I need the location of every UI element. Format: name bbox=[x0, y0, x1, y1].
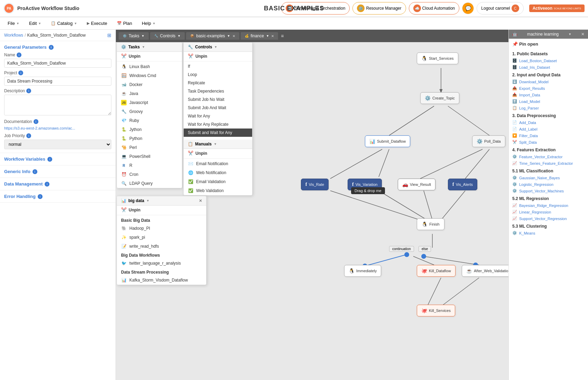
notification-button[interactable]: 💬 bbox=[462, 2, 474, 14]
tab-settings-icon[interactable]: ≡ bbox=[281, 33, 284, 39]
control-wait-any-replicate[interactable]: Wait for Any Replicate bbox=[184, 120, 252, 129]
task-windows-cmd[interactable]: 🪟Windows Cmd bbox=[117, 71, 182, 80]
node-create-topic[interactable]: ⚙️ Create_Topic bbox=[420, 92, 459, 104]
node-poll-data[interactable]: ⚙️ Poll_Data bbox=[472, 135, 505, 147]
control-submit-and-wait[interactable]: Submit Job And Wait bbox=[184, 104, 252, 112]
load-iris[interactable]: 🗄️Load_Iris_Dataset bbox=[512, 64, 585, 70]
data-management-section[interactable]: Data Management i bbox=[0, 178, 116, 190]
import-data[interactable]: 📥Import_Data bbox=[512, 92, 585, 98]
tasks-unpin[interactable]: ✂️ Unpin bbox=[117, 52, 182, 60]
split-data[interactable]: ✂️Split_Data bbox=[512, 139, 585, 145]
cloud-automation-button[interactable]: ☁️ Cloud Automation bbox=[409, 2, 460, 15]
task-perl[interactable]: 🐪Perl bbox=[117, 143, 182, 152]
node-finish[interactable]: 🐧 Finish bbox=[417, 218, 444, 230]
task-docker[interactable]: 🐋Docker bbox=[117, 80, 182, 89]
task-javascript[interactable]: JSJavascript bbox=[117, 98, 182, 107]
node-immediately[interactable]: 🐧 Immediately bbox=[344, 265, 381, 277]
name-input[interactable] bbox=[4, 59, 111, 68]
write-read-hdfs[interactable]: 📝write_read_hdfs bbox=[117, 242, 206, 251]
kafka-storm[interactable]: 📊Kafka_Storm_Visdom_Dataflow bbox=[117, 276, 206, 285]
task-cron[interactable]: ⏰Cron bbox=[117, 170, 182, 179]
manuals-unpin[interactable]: ✂️ Unpin bbox=[184, 149, 252, 158]
add-label[interactable]: 📄Add_Label bbox=[512, 126, 585, 132]
controls-unpin[interactable]: ✂️ Unpin bbox=[184, 52, 252, 60]
k-means[interactable]: ⚙️K_Means bbox=[512, 230, 585, 236]
control-wait-any[interactable]: Wait for Any bbox=[184, 112, 252, 120]
node-vis-alerts[interactable]: f Vis_Alerts bbox=[448, 179, 477, 190]
job-priority-select[interactable]: normal bbox=[4, 140, 111, 149]
node-kill-services[interactable]: 🐙 Kill_Services bbox=[417, 305, 455, 316]
node-start-services[interactable]: 🐧 Start_Services bbox=[417, 53, 458, 64]
grid-icon[interactable]: ⊞ bbox=[107, 32, 111, 38]
bayesian-ridge[interactable]: 📈Bayesian_Ridge_Regression bbox=[512, 202, 585, 209]
tab-controls[interactable]: 🔧 Controls ▼ bbox=[150, 32, 185, 40]
load-model[interactable]: ⬆️Load_Model bbox=[512, 98, 585, 105]
control-submit-wait-any[interactable]: Submit and Wait for Any bbox=[184, 129, 252, 137]
task-ruby[interactable]: 💎Ruby bbox=[117, 116, 182, 125]
svm[interactable]: ⚙️Support_Vector_Machines bbox=[512, 188, 585, 194]
menu-edit[interactable]: Edit ▼ bbox=[25, 19, 45, 27]
menu-file[interactable]: File ▼ bbox=[3, 19, 24, 27]
control-submit-no-wait[interactable]: Submit Job No Wait bbox=[184, 95, 252, 104]
logout-button[interactable]: Logout caromel C bbox=[477, 2, 523, 15]
task-r[interactable]: RR bbox=[117, 161, 182, 170]
big-data-close[interactable]: ✕ bbox=[199, 199, 202, 203]
workflow-canvas[interactable]: 🐧 Start_Services ⚙️ Create_Topic 📊 Submi… bbox=[116, 42, 508, 380]
manual-email-notif[interactable]: ✉️Email Notification bbox=[184, 159, 252, 168]
menu-help[interactable]: Help ▼ bbox=[138, 19, 160, 27]
task-groovy[interactable]: 🔧Groovy bbox=[117, 107, 182, 116]
twitter-analysis[interactable]: 🐦twitter_language_r_analysis bbox=[117, 259, 206, 268]
control-if[interactable]: If bbox=[184, 62, 252, 70]
load-boston[interactable]: 🗄️Load_Boston_Dataset bbox=[512, 57, 585, 64]
spark-pi[interactable]: ✨spark_pi bbox=[117, 233, 206, 242]
control-task-deps[interactable]: Task Dependencies bbox=[184, 87, 252, 95]
generic-info-section[interactable]: Generic Info i bbox=[0, 165, 116, 178]
svr[interactable]: 📈Support_Vector_Regression bbox=[512, 215, 585, 222]
workflow-vars-section[interactable]: Workflow Variables i bbox=[0, 153, 116, 165]
manual-web-notif[interactable]: 🌐Web Notification bbox=[184, 168, 252, 177]
error-handling-section[interactable]: Error Handling i bbox=[0, 190, 116, 203]
tab-finance[interactable]: 💰 finance ▼ ✕ bbox=[241, 32, 278, 40]
task-java[interactable]: ☕Java bbox=[117, 89, 182, 98]
hadoop-pi[interactable]: 🐘Hadoop_PI bbox=[117, 224, 206, 233]
task-ldap[interactable]: 🔍LDAP Query bbox=[117, 179, 182, 188]
export-results[interactable]: 📤Export_Results bbox=[512, 85, 585, 92]
task-python[interactable]: 🐍Python bbox=[117, 134, 182, 143]
control-loop[interactable]: Loop bbox=[184, 70, 252, 79]
add-data[interactable]: 📄Add_Data bbox=[512, 119, 585, 126]
task-jython[interactable]: 🐍Jython bbox=[117, 125, 182, 134]
task-linux-bash[interactable]: 🐧Linux Bash bbox=[117, 62, 182, 71]
node-view-result[interactable]: 🚗 View_Result bbox=[398, 179, 435, 190]
manual-email-validation[interactable]: ✅Email Validation bbox=[184, 177, 252, 186]
big-data-unpin[interactable]: ✂️ Unpin bbox=[117, 206, 206, 214]
download-model[interactable]: ⬇️Download_Model bbox=[512, 78, 585, 85]
feature-vector[interactable]: ⚙️Feature_Vector_Extractor bbox=[512, 153, 585, 160]
manual-web-validation[interactable]: ✅Web Validation bbox=[184, 186, 252, 195]
node-vis-rate[interactable]: f Vis_Rate bbox=[301, 179, 329, 190]
general-params-title[interactable]: General Parameters i bbox=[4, 45, 111, 50]
description-input[interactable] bbox=[4, 95, 111, 115]
control-replicate[interactable]: Replicate bbox=[184, 79, 252, 87]
time-series[interactable]: 📈Time_Series_Feature_Extractor bbox=[512, 160, 585, 167]
finance-tab-close[interactable]: ✕ bbox=[271, 34, 274, 38]
right-panel-close[interactable]: ✕ bbox=[581, 32, 585, 37]
menu-catalog[interactable]: 📋 Catalog ▼ bbox=[47, 19, 81, 27]
resource-manager-button[interactable]: ⚙️ Resource Manager bbox=[352, 2, 406, 15]
log-parser[interactable]: 📋Log_Parser bbox=[512, 105, 585, 111]
gaussian-nb[interactable]: ⚙️Gaussian_Naive_Bayes bbox=[512, 174, 585, 181]
linear-reg[interactable]: 📈Linear_Regression bbox=[512, 209, 585, 215]
filter-data[interactable]: 🔽Filter_Data bbox=[512, 132, 585, 139]
logistic-reg[interactable]: ⚙️Logistic_Regression bbox=[512, 181, 585, 188]
tab-basic-examples[interactable]: 📦 basic-examples ▼ ✕ bbox=[186, 32, 239, 40]
project-input[interactable] bbox=[4, 77, 111, 86]
breadcrumb-workflows[interactable]: Workflows bbox=[4, 33, 23, 38]
pin-open-title[interactable]: 📌 Pin open bbox=[509, 39, 588, 48]
tab-tasks[interactable]: ⚙️ Tasks ▼ bbox=[119, 32, 149, 40]
basic-examples-tab-close[interactable]: ✕ bbox=[232, 34, 235, 38]
node-after-web-validation[interactable]: ☕ After_Web_Validation bbox=[462, 265, 508, 277]
node-kill-dataflow[interactable]: 🐙 Kill_Dataflow bbox=[417, 265, 456, 277]
menu-plan[interactable]: 📅 Plan bbox=[113, 19, 136, 27]
documentation-link[interactable]: https://s3.eu-west-2.amazonaws.com/ac... bbox=[4, 126, 75, 130]
node-submit-dataflow[interactable]: 📊 Submit_Dataflow bbox=[365, 135, 410, 147]
menu-execute[interactable]: ▶ Execute bbox=[83, 19, 111, 27]
